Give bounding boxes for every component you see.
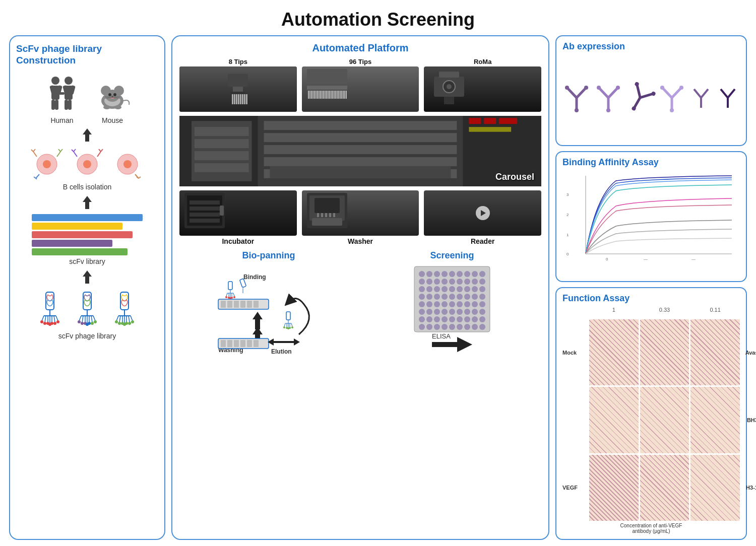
svg-rect-206 <box>254 301 259 308</box>
svg-rect-142 <box>343 91 344 99</box>
svg-point-287 <box>472 309 478 315</box>
svg-line-31 <box>33 152 37 157</box>
screening-area: Screening ELISA <box>363 250 541 534</box>
svg-point-195 <box>225 296 227 298</box>
svg-rect-113 <box>240 94 241 104</box>
col-header-033: 0.33 <box>640 307 689 318</box>
svg-rect-108 <box>230 92 245 94</box>
svg-rect-173 <box>220 206 224 216</box>
svg-rect-202 <box>227 301 232 308</box>
svg-point-240 <box>457 271 463 277</box>
instrument-reader: Reader <box>424 190 541 245</box>
svg-text:—: — <box>691 257 696 261</box>
svg-point-244 <box>419 279 425 285</box>
svg-line-192 <box>233 293 234 296</box>
svg-rect-5 <box>55 100 58 110</box>
svg-rect-170 <box>190 207 220 211</box>
96tips-img <box>302 66 419 112</box>
svg-rect-201 <box>221 301 226 308</box>
svg-point-261 <box>479 286 485 292</box>
svg-point-41 <box>83 160 91 168</box>
svg-point-279 <box>479 301 485 307</box>
svg-rect-130 <box>325 91 326 99</box>
svg-point-260 <box>472 286 478 292</box>
play-button[interactable] <box>476 206 490 220</box>
incubator-label: Incubator <box>222 237 254 245</box>
svg-line-327 <box>662 88 672 98</box>
svg-rect-111 <box>236 94 237 104</box>
svg-point-250 <box>464 279 470 285</box>
ab-icon-4 <box>658 83 686 113</box>
svg-line-320 <box>634 97 641 108</box>
phage-icon-2 <box>72 290 102 330</box>
svg-point-275 <box>449 301 455 307</box>
svg-point-272 <box>426 301 432 307</box>
svg-point-245 <box>426 279 432 285</box>
svg-rect-115 <box>244 94 245 104</box>
ab-icon-2 <box>595 83 622 113</box>
svg-rect-182 <box>333 213 335 217</box>
svg-rect-132 <box>328 91 329 99</box>
svg-point-248 <box>449 279 455 285</box>
svg-point-264 <box>434 294 440 300</box>
mouse-figure: Mouse <box>95 75 130 124</box>
elisa-arrow <box>432 334 472 355</box>
svg-rect-118 <box>307 86 347 90</box>
svg-line-33 <box>33 149 35 152</box>
svg-marker-207 <box>253 312 263 329</box>
svg-rect-215 <box>247 340 252 347</box>
svg-rect-112 <box>238 94 239 104</box>
phage-constructs <box>35 290 140 330</box>
svg-line-93 <box>119 316 120 322</box>
bcell-icon-2 <box>70 147 105 179</box>
svg-point-237 <box>434 271 440 277</box>
human-figure: Human <box>44 75 80 124</box>
svg-point-100 <box>118 322 121 325</box>
library-bars <box>32 214 143 255</box>
svg-point-262 <box>419 294 425 300</box>
svg-rect-160 <box>264 157 457 166</box>
biopanning-diagram: Binding <box>213 264 324 375</box>
svg-point-298 <box>419 324 425 330</box>
svg-rect-178 <box>317 213 319 217</box>
svg-rect-214 <box>240 340 245 347</box>
svg-point-246 <box>434 279 440 285</box>
svg-point-323 <box>634 81 640 87</box>
svg-rect-165 <box>469 127 511 132</box>
right-panel: Ab expression <box>555 35 747 540</box>
svg-point-0 <box>51 77 59 85</box>
svg-point-299 <box>426 324 432 330</box>
mock-011-cell <box>690 319 740 385</box>
svg-rect-114 <box>242 94 243 104</box>
svg-point-282 <box>434 309 440 315</box>
svg-point-274 <box>442 301 448 307</box>
svg-rect-158 <box>264 133 457 142</box>
bcell-icon-1 <box>29 147 65 179</box>
col-header-1: 1 <box>589 307 639 318</box>
instrument-washer: Washer <box>302 190 419 245</box>
svg-point-277 <box>464 301 470 307</box>
svg-rect-141 <box>341 91 342 99</box>
svg-line-36 <box>60 149 62 152</box>
function-assay-title: Function Assay <box>562 293 740 304</box>
svg-line-51 <box>137 177 139 178</box>
svg-point-313 <box>575 108 579 112</box>
svg-line-310 <box>577 88 586 98</box>
svg-point-291 <box>434 316 440 322</box>
svg-rect-133 <box>329 91 330 99</box>
vegf-1-cell <box>589 455 639 521</box>
svg-point-18 <box>108 93 111 96</box>
washer-img <box>302 190 419 236</box>
svg-marker-54 <box>83 270 92 284</box>
carousel-img: Carousel <box>179 116 541 186</box>
svg-point-49 <box>123 160 132 168</box>
concentration-text: Concentration of anti-VEGFantibody (μg/m… <box>562 523 740 534</box>
mock-011-area: Avastin <box>690 319 740 385</box>
svg-point-301 <box>442 324 448 330</box>
svg-point-263 <box>426 294 432 300</box>
svg-point-317 <box>597 86 601 90</box>
svg-marker-28 <box>83 128 92 142</box>
bh3d4-033-cell <box>640 387 689 453</box>
svg-rect-176 <box>312 218 342 226</box>
carousel-label: Carousel <box>495 172 534 182</box>
